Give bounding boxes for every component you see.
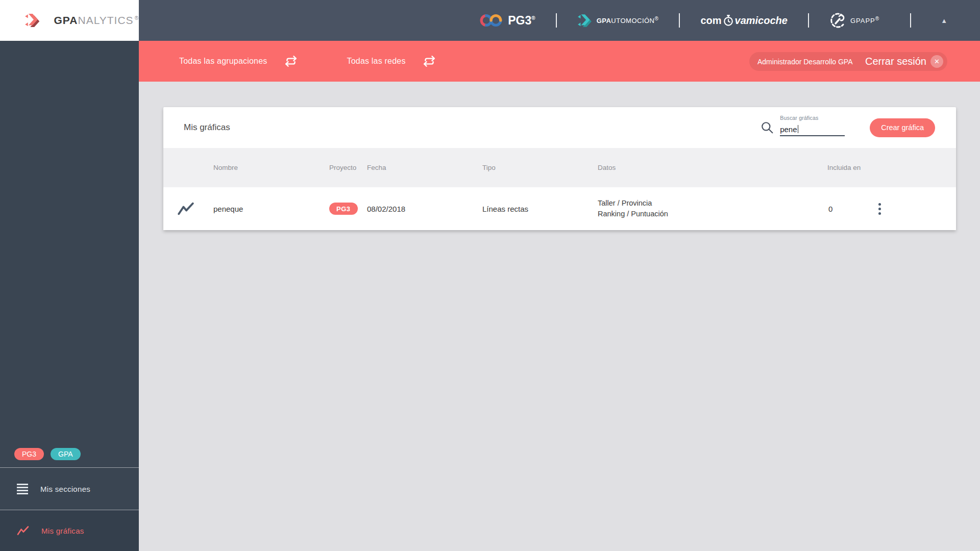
comvamicoche-logo[interactable]: com vamicoche [700, 14, 788, 27]
filter-redes[interactable]: Todas las redes [347, 57, 406, 66]
card-header: Mis gráficas Buscar gráficas pene Crear … [163, 107, 956, 148]
swap-agrupaciones-icon[interactable] [284, 55, 298, 68]
gpapp-wrench-gauge-icon [829, 12, 846, 29]
datos-line-1: Taller / Provincia [598, 198, 827, 209]
app-logo[interactable]: GPANALYTICS® [0, 0, 139, 41]
cell-fecha: 08/02/2018 [367, 205, 482, 213]
menu-icon [17, 484, 28, 494]
badge-gpa[interactable]: GPA [51, 448, 81, 460]
column-header-fecha: Fecha [367, 164, 482, 171]
collapse-topbar-arrow-icon[interactable]: ▲ [941, 17, 947, 24]
user-name: Administrador Desarrollo GPA [757, 58, 852, 66]
search-input[interactable]: pene [780, 123, 845, 136]
cell-incluida-en: 0 [827, 205, 878, 213]
filter-bar: Todas las agrupaciones Todas las redes A… [139, 41, 980, 82]
topbar-divider [808, 13, 809, 28]
mis-graficas-card: Mis gráficas Buscar gráficas pene Crear … [163, 107, 956, 230]
search-input-value: pene [780, 125, 797, 134]
swap-redes-icon[interactable] [423, 55, 436, 68]
logo-wordmark: GPANALYTICS® [54, 14, 139, 27]
topbar-divider [910, 13, 911, 28]
sidebar-item-label: Mis gráficas [41, 527, 84, 535]
sidebar-item-mis-secciones[interactable]: Mis secciones [0, 468, 139, 510]
column-header-proyecto: Proyecto [329, 164, 367, 171]
search-zone: Buscar gráficas pene Crear gráfica [761, 118, 956, 137]
row-options-kebab-icon[interactable] [878, 203, 881, 215]
create-chart-button[interactable]: Crear gráfica [870, 118, 935, 137]
pg3-infinity-icon [479, 13, 503, 28]
search-field-label: Buscar gráficas [780, 115, 818, 121]
search-icon [761, 121, 774, 134]
sidebar: GPANALYTICS® PG3 GPA Mis secciones Mis g… [0, 0, 139, 551]
column-header-incluida-en: Incluida en [827, 164, 878, 171]
cell-nombre: peneque [213, 205, 329, 213]
sidebar-project-badges: PG3 GPA [0, 442, 139, 467]
column-header-nombre: Nombre [213, 164, 329, 171]
topbar: PG3® GPAUTOMOCIÓN® com vamicoche GPAPP® … [139, 0, 980, 41]
pg3-wordmark: PG3® [508, 14, 535, 28]
cell-proyecto: PG3 [329, 203, 367, 215]
chart-line-icon [178, 202, 194, 216]
user-session-pill: Administrador Desarrollo GPA Cerrar sesi… [749, 52, 947, 71]
text-caret [798, 125, 798, 133]
table-header-row: Nombre Proyecto Fecha Tipo Datos Incluid… [163, 148, 956, 187]
page-title: Mis gráficas [184, 122, 230, 133]
pg3-logo[interactable]: PG3® [479, 13, 535, 28]
gpapp-wordmark: GPAPP® [850, 16, 879, 24]
gpautomocion-arrow-icon [577, 14, 593, 28]
column-header-tipo: Tipo [482, 164, 598, 171]
stopwatch-icon [723, 14, 734, 27]
sidebar-item-mis-graficas[interactable]: Mis gráficas [0, 510, 139, 551]
topbar-divider [556, 13, 557, 28]
gpanalytics-arrow-icon [24, 7, 41, 34]
gpautomocion-logo[interactable]: GPAUTOMOCIÓN® [577, 14, 659, 28]
sidebar-empty-space [0, 41, 139, 442]
logout-close-icon[interactable]: ✕ [930, 55, 943, 68]
comvamicoche-com: com [700, 15, 721, 27]
comvamicoche-coche: vamicoche [735, 15, 788, 27]
datos-line-2: Ranking / Puntuación [598, 209, 827, 219]
filter-agrupaciones[interactable]: Todas las agrupaciones [179, 57, 267, 66]
row-chart-type-cell [163, 202, 213, 216]
column-header-datos: Datos [598, 164, 827, 171]
cell-actions [878, 203, 956, 215]
gpautomocion-wordmark: GPAUTOMOCIÓN® [597, 16, 659, 24]
badge-pg3[interactable]: PG3 [14, 448, 44, 460]
topbar-divider [679, 13, 680, 28]
chart-line-icon [17, 525, 29, 536]
project-badge-pg3: PG3 [329, 203, 358, 215]
gpapp-logo[interactable]: GPAPP® [829, 12, 879, 29]
cell-datos: Taller / Provincia Ranking / Puntuación [598, 198, 827, 219]
search-field: Buscar gráficas pene [780, 123, 845, 136]
cell-tipo: Líneas rectas [482, 205, 598, 213]
sidebar-item-label: Mis secciones [40, 485, 90, 493]
logout-button[interactable]: Cerrar sesión [865, 56, 926, 67]
table-row[interactable]: peneque PG3 08/02/2018 Líneas rectas Tal… [163, 187, 956, 230]
